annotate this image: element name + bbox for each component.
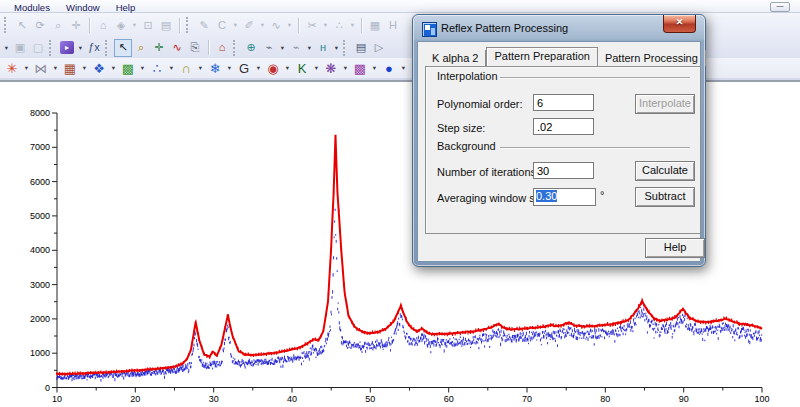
svg-text:50: 50 — [365, 394, 375, 404]
tab-pattern-processing[interactable]: Pattern Processing — [598, 50, 706, 66]
chevron-down-icon: ▾ — [258, 21, 267, 29]
averaging-window-input[interactable]: 0.30 — [533, 188, 596, 206]
chevron-down-icon[interactable]: ▾ — [283, 64, 292, 72]
module-target-icon[interactable]: ◉ — [263, 59, 283, 77]
toolbar-drag-handle[interactable] — [4, 17, 9, 33]
add-atom-icon[interactable]: ⊕ — [242, 39, 260, 57]
reflex-pattern-processing-dialog: Reflex Pattern Processing ✕ K alpha 2Pat… — [412, 14, 706, 267]
menubar: ModulesWindowHelp — — [0, 0, 800, 13]
sketch-curve-icon: ∿ — [267, 16, 285, 34]
polynomial-order-label: Polynomial order: — [437, 98, 523, 110]
svg-text:3000: 3000 — [30, 280, 50, 290]
svg-text:0: 0 — [45, 383, 50, 393]
selection-arrow-icon[interactable]: ↖ — [114, 39, 132, 57]
module-lattice-icon[interactable]: ▩ — [118, 59, 138, 77]
svg-text:1000: 1000 — [30, 348, 50, 358]
dialog-tabs: K alpha 2Pattern PreparationPattern Proc… — [425, 48, 700, 66]
help-button[interactable]: Help — [645, 238, 705, 258]
chevron-down-icon[interactable]: ▾ — [2, 44, 11, 52]
tab-pattern-preparation[interactable]: Pattern Preparation — [486, 47, 597, 66]
svg-text:40: 40 — [287, 394, 297, 404]
svg-text:90: 90 — [679, 394, 689, 404]
hydrogen-bond-icon[interactable]: ʜ — [314, 39, 332, 57]
hydrogen-label-icon: H — [384, 16, 402, 34]
module-gaussian-icon[interactable]: G — [234, 59, 254, 77]
toolbar-separator — [89, 18, 90, 33]
chevron-down-icon[interactable]: ▾ — [341, 64, 350, 72]
svg-text:70: 70 — [522, 394, 532, 404]
module-red-cluster-icon[interactable]: ✳ — [2, 59, 22, 77]
toolbar-drag-handle[interactable] — [186, 17, 191, 33]
chevron-down-icon[interactable]: ▾ — [254, 64, 263, 72]
svg-text:7000: 7000 — [30, 142, 50, 152]
spectrum-tool-icon[interactable]: ∿ — [168, 39, 186, 57]
translate-tool-icon[interactable]: ✛ — [150, 39, 168, 57]
chevron-down-icon: ▾ — [285, 21, 294, 29]
menu-modules[interactable]: Modules — [6, 2, 58, 13]
step-size-input[interactable] — [533, 118, 594, 135]
toolbar-drag-handle[interactable] — [105, 40, 110, 56]
rotate-view-icon: ⟳ — [31, 16, 49, 34]
module-kinetics-icon[interactable]: K — [292, 59, 312, 77]
module-sphere-icon[interactable]: ● — [379, 59, 399, 77]
menu-window[interactable]: Window — [58, 2, 108, 13]
function-fx-icon[interactable]: ƒx — [85, 39, 103, 57]
svg-text:60: 60 — [444, 394, 454, 404]
toolbar-drag-handle[interactable] — [49, 40, 54, 56]
svg-text:4000: 4000 — [30, 245, 50, 255]
tab-k-alpha-2[interactable]: K alpha 2 — [425, 50, 486, 66]
svg-text:6000: 6000 — [30, 177, 50, 187]
module-chain-icon[interactable]: ∴ — [147, 59, 167, 77]
mdi-minimize-button[interactable]: — — [770, 2, 790, 12]
chevron-down-icon[interactable]: ▾ — [80, 64, 89, 72]
adjust-atoms-icon: ∴ — [330, 16, 348, 34]
svg-text:5000: 5000 — [30, 211, 50, 221]
subtract-button[interactable]: Subtract — [635, 187, 695, 207]
module-tiles-icon[interactable]: ▦ — [60, 59, 80, 77]
new-report-icon[interactable]: ▤ — [352, 39, 370, 57]
zoom-tool-icon[interactable]: ⌕ — [132, 39, 150, 57]
menu-help[interactable]: Help — [108, 2, 144, 13]
toolbar-drag-handle[interactable] — [233, 40, 238, 56]
toolbar-separator — [298, 18, 299, 33]
chevron-down-icon[interactable]: ▾ — [305, 44, 314, 52]
iterations-input[interactable] — [533, 162, 594, 179]
chevron-down-icon[interactable]: ▾ — [370, 64, 379, 72]
dialog-client-area: K alpha 2Pattern PreparationPattern Proc… — [417, 41, 701, 262]
home-icon[interactable]: ⌂ — [213, 39, 231, 57]
chevron-down-icon[interactable]: ▾ — [167, 64, 176, 72]
chevron-down-icon[interactable]: ▾ — [138, 64, 147, 72]
chevron-down-icon[interactable]: ▾ — [399, 64, 408, 72]
module-snowflake-icon[interactable]: ❄ — [205, 59, 225, 77]
toolbar-drag-handle[interactable] — [343, 40, 348, 56]
chevron-down-icon[interactable]: ▾ — [109, 64, 118, 72]
flip-style-icon[interactable]: ⎘ — [186, 39, 204, 57]
chevron-down-icon[interactable]: ▾ — [196, 64, 205, 72]
calculate-button[interactable]: Calculate — [635, 161, 695, 181]
home-view-icon: ⌂ — [94, 16, 112, 34]
single-bond-icon[interactable]: ⌁ — [260, 39, 278, 57]
module-spring-icon[interactable]: ⋈ — [31, 59, 51, 77]
polynomial-order-input[interactable] — [533, 94, 594, 111]
chevron-down-icon[interactable]: ▾ — [51, 64, 60, 72]
sketch-arc-icon: C — [213, 16, 231, 34]
run-icon[interactable]: ▷ — [370, 39, 388, 57]
module-polymer-icon[interactable]: ❋ — [321, 59, 341, 77]
select-cursor-icon: ↖ — [13, 16, 31, 34]
close-icon[interactable]: ✕ — [663, 15, 696, 33]
translate-view-icon: ✛ — [67, 16, 85, 34]
animation-chart-icon[interactable]: ▸ — [60, 41, 74, 54]
toolbar-separator — [361, 18, 362, 33]
chevron-down-icon[interactable]: ▾ — [22, 64, 31, 72]
module-spheres-icon[interactable]: ❖ — [89, 59, 109, 77]
interpolation-group-label: Interpolation — [437, 70, 498, 82]
degree-unit-label: ° — [600, 189, 604, 201]
module-mosaic-icon[interactable]: ▩ — [350, 59, 370, 77]
module-arch-icon[interactable]: ∩ — [176, 59, 196, 77]
calculate-bond-icon[interactable]: ⌁ — [287, 39, 305, 57]
chevron-down-icon[interactable]: ▾ — [332, 44, 341, 52]
chevron-down-icon[interactable]: ▾ — [225, 64, 234, 72]
chevron-down-icon[interactable]: ▾ — [278, 44, 287, 52]
chevron-down-icon[interactable]: ▾ — [76, 44, 85, 52]
chevron-down-icon[interactable]: ▾ — [312, 64, 321, 72]
